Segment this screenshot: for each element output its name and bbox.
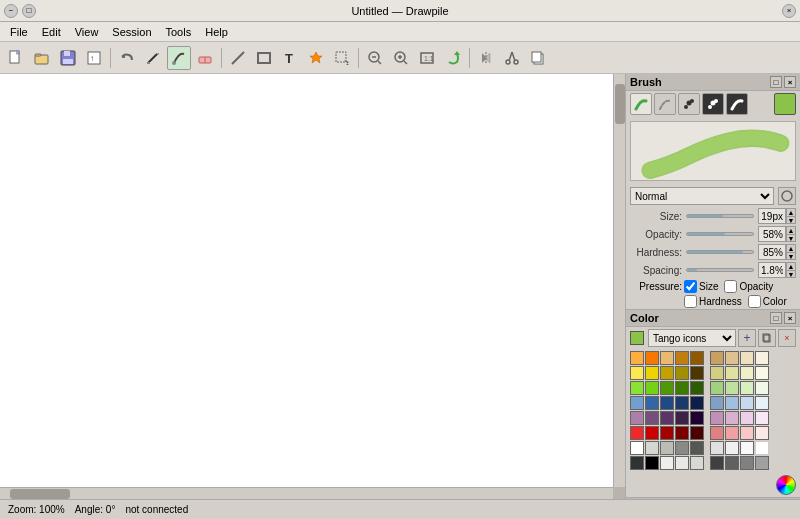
swatch-6-6[interactable] (725, 441, 739, 455)
zoom-in-button[interactable] (389, 46, 413, 70)
swatch-2-5[interactable] (710, 381, 724, 395)
swatch-2-6[interactable] (725, 381, 739, 395)
menu-view[interactable]: View (69, 24, 105, 40)
swatch-3-1[interactable] (645, 396, 659, 410)
size-spin-down[interactable]: ▼ (786, 216, 796, 224)
swatch-1-0[interactable] (630, 366, 644, 380)
swatch-5-5[interactable] (710, 426, 724, 440)
swatch-2-3[interactable] (675, 381, 689, 395)
brush-type-4[interactable] (702, 93, 724, 115)
brush-panel-float[interactable]: □ (770, 76, 782, 88)
swatch-2-2[interactable] (660, 381, 674, 395)
pressure-color-checkbox[interactable] (748, 295, 761, 308)
swatch-5-2[interactable] (660, 426, 674, 440)
brush-color-swatch[interactable] (774, 93, 796, 115)
swatch-7-7[interactable] (740, 456, 754, 470)
hardness-input[interactable] (758, 244, 786, 260)
menu-file[interactable]: File (4, 24, 34, 40)
swatch-6-1[interactable] (645, 441, 659, 455)
eraser-button[interactable] (193, 46, 217, 70)
swatch-5-4[interactable] (690, 426, 704, 440)
swatch-0-0[interactable] (630, 351, 644, 365)
swatch-0-6[interactable] (725, 351, 739, 365)
brush-type-1[interactable] (630, 93, 652, 115)
vertical-scrollbar[interactable] (613, 74, 625, 487)
swatch-4-4[interactable] (690, 411, 704, 425)
swatch-6-2[interactable] (660, 441, 674, 455)
size-spin-up[interactable]: ▲ (786, 208, 796, 216)
opacity-spin-down[interactable]: ▼ (786, 234, 796, 242)
star-button[interactable] (304, 46, 328, 70)
undo-button[interactable] (115, 46, 139, 70)
rect-button[interactable] (252, 46, 276, 70)
swatch-3-6[interactable] (725, 396, 739, 410)
brush-panel-close[interactable]: × (784, 76, 796, 88)
text-button[interactable]: T (278, 46, 302, 70)
swatch-3-4[interactable] (690, 396, 704, 410)
region-button[interactable] (330, 46, 354, 70)
swatch-4-2[interactable] (660, 411, 674, 425)
swatch-5-8[interactable] (755, 426, 769, 440)
swatch-0-4[interactable] (690, 351, 704, 365)
menu-session[interactable]: Session (106, 24, 157, 40)
size-input[interactable] (758, 208, 786, 224)
swatch-5-1[interactable] (645, 426, 659, 440)
swatch-0-2[interactable] (660, 351, 674, 365)
swatch-4-6[interactable] (725, 411, 739, 425)
pressure-size-checkbox[interactable] (684, 280, 697, 293)
swatch-3-7[interactable] (740, 396, 754, 410)
swatch-4-0[interactable] (630, 411, 644, 425)
swatch-2-4[interactable] (690, 381, 704, 395)
swatch-3-5[interactable] (710, 396, 724, 410)
flip-h-button[interactable] (474, 46, 498, 70)
zoom-fit-button[interactable]: 1:1 (415, 46, 439, 70)
hardness-spin-down[interactable]: ▼ (786, 252, 796, 260)
copy-palette-button[interactable] (758, 329, 776, 347)
swatch-3-8[interactable] (755, 396, 769, 410)
swatch-5-6[interactable] (725, 426, 739, 440)
opacity-spin-up[interactable]: ▲ (786, 226, 796, 234)
swatch-7-1[interactable] (645, 456, 659, 470)
swatch-7-2[interactable] (660, 456, 674, 470)
cut-button[interactable] (500, 46, 524, 70)
menu-tools[interactable]: Tools (160, 24, 198, 40)
brush-type-5[interactable] (726, 93, 748, 115)
swatch-0-5[interactable] (710, 351, 724, 365)
maximize-button[interactable]: □ (22, 4, 36, 18)
close-button[interactable]: × (782, 4, 796, 18)
swatch-5-3[interactable] (675, 426, 689, 440)
swatch-6-4[interactable] (690, 441, 704, 455)
swatch-6-8[interactable] (755, 441, 769, 455)
swatch-2-7[interactable] (740, 381, 754, 395)
pencil-button[interactable] (141, 46, 165, 70)
save-button[interactable] (56, 46, 80, 70)
swatch-0-1[interactable] (645, 351, 659, 365)
swatch-6-0[interactable] (630, 441, 644, 455)
swatch-7-5[interactable] (710, 456, 724, 470)
line-button[interactable] (226, 46, 250, 70)
swatch-7-6[interactable] (725, 456, 739, 470)
swatch-1-7[interactable] (740, 366, 754, 380)
swatch-1-1[interactable] (645, 366, 659, 380)
swatch-1-3[interactable] (675, 366, 689, 380)
brush-type-3[interactable] (678, 93, 700, 115)
swatch-3-3[interactable] (675, 396, 689, 410)
brush-type-2[interactable] (654, 93, 676, 115)
swatch-1-2[interactable] (660, 366, 674, 380)
menu-help[interactable]: Help (199, 24, 234, 40)
rotate-button[interactable] (441, 46, 465, 70)
swatch-7-0[interactable] (630, 456, 644, 470)
swatch-6-7[interactable] (740, 441, 754, 455)
canvas[interactable] (0, 74, 613, 487)
spacing-spin-up[interactable]: ▲ (786, 262, 796, 270)
pressure-hardness-label[interactable]: Hardness (684, 295, 742, 308)
new-button[interactable] (4, 46, 28, 70)
current-color-swatch[interactable] (630, 331, 644, 345)
pressure-opacity-checkbox[interactable] (724, 280, 737, 293)
pressure-color-label[interactable]: Color (748, 295, 787, 308)
blend-mode-button[interactable] (778, 187, 796, 205)
swatch-1-5[interactable] (710, 366, 724, 380)
swatch-5-7[interactable] (740, 426, 754, 440)
swatch-2-0[interactable] (630, 381, 644, 395)
copy-button[interactable] (526, 46, 550, 70)
